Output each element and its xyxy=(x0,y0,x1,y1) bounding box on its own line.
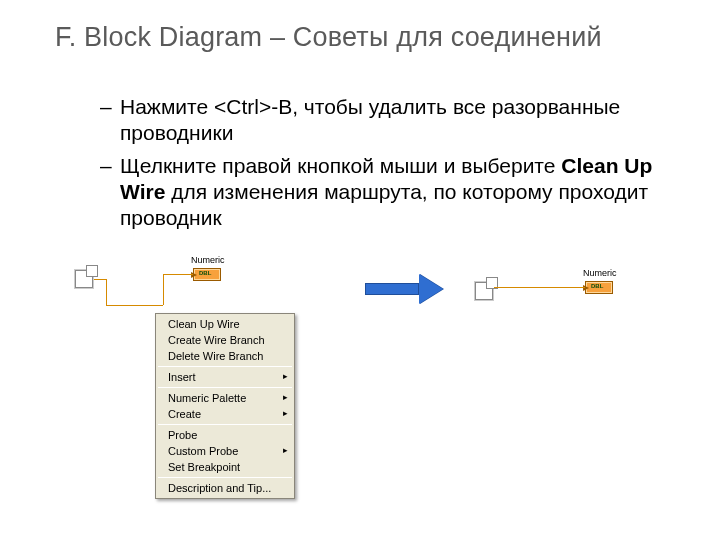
indicator-dbl-label: DBL xyxy=(199,270,211,276)
wire-segment xyxy=(163,274,193,275)
menu-item[interactable]: Insert xyxy=(156,369,294,385)
menu-item[interactable]: Probe xyxy=(156,427,294,443)
menu-item[interactable]: Create xyxy=(156,406,294,422)
diagram-before: Numeric DBL xyxy=(75,260,335,320)
context-menu[interactable]: Clean Up WireCreate Wire BranchDelete Wi… xyxy=(155,313,295,499)
bullet-2-pre: Щелкните правой кнопкой мыши и выберите xyxy=(120,154,561,177)
bullet-1-kbd: <Ctrl> xyxy=(214,95,271,118)
menu-separator xyxy=(158,366,292,367)
bullet-1-pre: Нажмите xyxy=(120,95,214,118)
menu-separator xyxy=(158,477,292,478)
wire-segment xyxy=(94,279,106,280)
wire-segment xyxy=(106,279,107,305)
menu-item[interactable]: Set Breakpoint xyxy=(156,459,294,475)
bullet-list: Нажмите <Ctrl>-B, чтобы удалить все разо… xyxy=(80,94,660,237)
menu-separator xyxy=(158,424,292,425)
wire-segment xyxy=(163,274,164,305)
numeric-indicator-icon: DBL xyxy=(193,268,221,281)
numeric-indicator-icon: DBL xyxy=(585,281,613,294)
bullet-1: Нажмите <Ctrl>-B, чтобы удалить все разо… xyxy=(120,94,660,147)
menu-separator xyxy=(158,387,292,388)
menu-item[interactable]: Create Wire Branch xyxy=(156,332,294,348)
numeric-indicator-label: Numeric xyxy=(583,268,617,278)
menu-item[interactable]: Clean Up Wire xyxy=(156,316,294,332)
wire-segment xyxy=(106,305,163,306)
wire-segment xyxy=(494,287,585,288)
numeric-control-icon xyxy=(475,282,493,300)
transition-arrow-icon xyxy=(365,275,445,301)
menu-item[interactable]: Delete Wire Branch xyxy=(156,348,294,364)
bullet-2-post: для изменения маршрута, по которому прох… xyxy=(120,180,648,229)
numeric-control-label: Numeric xyxy=(191,255,225,265)
diagram-after: Numeric DBL xyxy=(475,272,675,312)
slide-title: F. Block Diagram – Советы для соединений xyxy=(55,22,602,53)
bullet-2: Щелкните правой кнопкой мыши и выберите … xyxy=(120,153,660,232)
menu-item[interactable]: Custom Probe xyxy=(156,443,294,459)
menu-item[interactable]: Numeric Palette xyxy=(156,390,294,406)
numeric-control-icon xyxy=(75,270,93,288)
menu-item[interactable]: Description and Tip... xyxy=(156,480,294,496)
indicator-dbl-label: DBL xyxy=(591,283,603,289)
